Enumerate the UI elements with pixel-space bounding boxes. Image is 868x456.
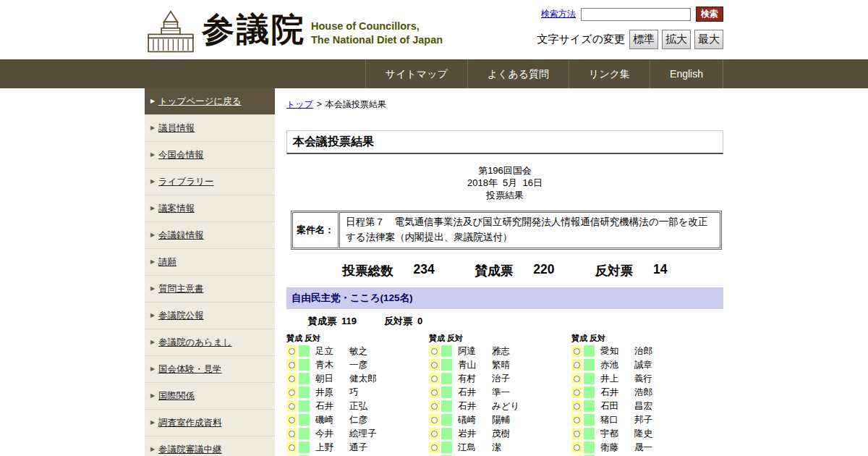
- sidebar-item-label: 議員情報: [158, 123, 195, 133]
- sidebar-item-11[interactable]: ▶国会体験・見学: [145, 356, 275, 383]
- member-given-name: 仁彦: [349, 414, 367, 426]
- member-surname: 有村: [458, 373, 492, 385]
- nav-item-3[interactable]: リンク集: [569, 59, 650, 88]
- member-given-name: 陽輔: [492, 414, 510, 426]
- nav-item-4[interactable]: English: [650, 59, 723, 88]
- no-vote-cell: [441, 387, 452, 398]
- sidebar-item-6[interactable]: ▶会議録情報: [145, 222, 275, 249]
- vote-row: 磯崎仁彦: [286, 414, 429, 426]
- sidebar-item-5[interactable]: ▶議案情報: [145, 195, 275, 222]
- vote-row: 愛知治郎: [571, 345, 714, 358]
- member-surname: 阿達: [458, 345, 492, 358]
- site-header-inner: 参議院 House of Councillors, The National D…: [145, 0, 723, 59]
- nav-item-2[interactable]: よくある質問: [467, 59, 569, 88]
- vote-row: 石井浩郎: [571, 387, 714, 399]
- vote-circle-icon: [431, 403, 438, 410]
- no-vote-cell: [584, 414, 595, 426]
- vote-circle-icon: [289, 362, 295, 368]
- yes-vote-cell: [571, 442, 582, 453]
- vote-row: 青木一彦: [286, 359, 429, 371]
- member-surname: 石井: [600, 387, 634, 399]
- no-column-header: 反対: [305, 333, 323, 344]
- member-surname: 青木: [315, 359, 349, 371]
- header-tools: 検索方法 検索 文字サイズの変更 標準拡大最大: [537, 0, 723, 59]
- no-vote-cell: [299, 400, 310, 412]
- member-name: 青木一彦: [315, 359, 367, 371]
- sidebar-item-13[interactable]: ▶調査室作成資料: [145, 410, 275, 436]
- member-given-name: 準一: [492, 387, 510, 399]
- member-given-name: 治子: [492, 373, 510, 385]
- vote-table-1: 賛成反対足立敏之青木一彦朝日健太郎井原巧石井正弘磯崎仁彦今井絵理子上野通子小川克…: [286, 333, 429, 456]
- vote-circle-icon: [289, 444, 295, 451]
- member-name: 猪口邦子: [600, 414, 652, 426]
- font-size-button-3[interactable]: 最大: [694, 30, 723, 49]
- breadcrumb-current: 本会議投票結果: [326, 99, 386, 109]
- no-votes-value: 14: [653, 262, 667, 279]
- no-vote-cell: [299, 387, 310, 398]
- site-subtitle-line2: The National Diet of Japan: [311, 34, 443, 46]
- no-vote-cell: [584, 373, 595, 384]
- arrow-icon: ▶: [150, 366, 155, 372]
- sidebar-item-9[interactable]: ▶参議院公報: [145, 303, 275, 329]
- case-text: 日程第７ 電気通信事業法及び国立研究開発法人情報通信研究機構法の一部を改正する法…: [339, 212, 720, 248]
- no-vote-cell: [299, 373, 310, 384]
- font-size-button-2[interactable]: 拡大: [662, 30, 691, 49]
- yes-vote-cell: [286, 400, 297, 412]
- member-surname: 石井: [458, 400, 492, 413]
- vote-row: 朝日健太郎: [286, 373, 429, 385]
- sidebar-item-4[interactable]: ▶ライブラリー: [145, 169, 275, 195]
- yes-vote-cell: [571, 428, 582, 439]
- site-subtitle: House of Councillors, The National Diet …: [311, 20, 443, 47]
- vote-circle-icon: [431, 389, 438, 396]
- member-surname: 猪口: [600, 414, 634, 426]
- font-size-button-1[interactable]: 標準: [629, 30, 658, 49]
- sidebar-item-2[interactable]: ▶議員情報: [145, 115, 275, 142]
- breadcrumb-home-link[interactable]: トップ: [286, 99, 313, 109]
- vote-table-header: 賛成反対: [286, 333, 429, 344]
- sidebar-item-8[interactable]: ▶質問主意書: [145, 276, 275, 303]
- no-vote-cell: [584, 345, 595, 357]
- member-surname: 石井: [458, 387, 492, 399]
- no-vote-cell: [584, 428, 595, 439]
- total-votes-label: 投票総数: [343, 262, 393, 279]
- yes-vote-cell: [286, 345, 297, 357]
- site-logo[interactable]: 参議院 House of Councillors, The National D…: [145, 0, 443, 59]
- search-help-link[interactable]: 検索方法: [541, 8, 576, 20]
- vote-circle-icon: [431, 362, 438, 368]
- yes-votes-value: 220: [533, 262, 554, 279]
- vote-table-3: 賛成反対愛知治郎赤池誠章井上義行石井浩郎石田昌宏猪口邦子宇都隆史衛藤晟一尾辻秀久…: [571, 333, 714, 456]
- member-surname: 礒崎: [458, 414, 492, 426]
- member-given-name: 絵理子: [349, 428, 377, 440]
- arrow-icon: ▶: [150, 339, 155, 345]
- sidebar-item-12[interactable]: ▶国際関係: [145, 383, 275, 410]
- sidebar-item-7[interactable]: ▶請願: [145, 249, 275, 276]
- search-button[interactable]: 検索: [696, 7, 723, 22]
- member-name: 石田昌宏: [600, 400, 652, 413]
- search-bar: 検索方法 検索: [537, 7, 723, 22]
- vote-circle-icon: [289, 403, 295, 410]
- vote-circle-icon: [574, 444, 580, 451]
- nav-item-1[interactable]: サイトマップ: [365, 59, 467, 88]
- vote-row: 石井みどり: [429, 400, 571, 413]
- yes-vote-cell: [429, 373, 440, 384]
- sidebar-item-3[interactable]: ▶今国会情報: [145, 142, 275, 169]
- member-given-name: 健太郎: [349, 373, 377, 385]
- total-votes-value: 234: [414, 262, 435, 279]
- vote-row: 青山繁晴: [429, 359, 571, 371]
- member-given-name: 巧: [349, 387, 359, 399]
- vote-row: 石井準一: [429, 387, 571, 399]
- arrow-icon: ▶: [150, 446, 155, 452]
- search-input[interactable]: [581, 8, 691, 21]
- sidebar-item-10[interactable]: ▶参議院のあらまし: [145, 329, 275, 356]
- member-name: 赤池誠章: [600, 359, 652, 371]
- yes-vote-cell: [571, 414, 582, 426]
- sidebar-item-14[interactable]: ▶参議院審議中継: [145, 436, 275, 456]
- no-vote-cell: [584, 359, 595, 371]
- vote-circle-icon: [289, 376, 295, 382]
- main-content: トップ>本会議投票結果 本会議投票結果 第196回国会 2018年 5月 16日…: [275, 88, 723, 456]
- sidebar-item-1[interactable]: ▶トップページに戻る: [145, 88, 275, 115]
- party-vote-summary: 賛成票 119 反対票 0: [286, 309, 723, 333]
- member-name: 磯崎仁彦: [315, 414, 367, 426]
- party-no-value: 0: [417, 316, 422, 326]
- yes-vote-cell: [429, 442, 440, 453]
